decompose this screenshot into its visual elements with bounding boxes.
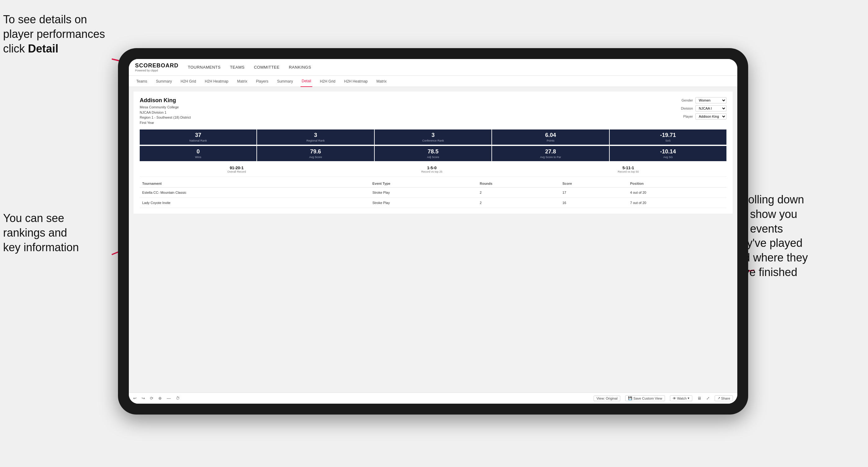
event-type-2: Stroke Play: [370, 198, 477, 208]
national-rank-value: 37: [141, 132, 255, 138]
stat-adj-score: 78.5 Adj Score: [375, 146, 491, 161]
player-select[interactable]: Addison King: [695, 113, 726, 120]
tab-h2h-grid2[interactable]: H2H Grid: [318, 76, 337, 87]
view-original-btn[interactable]: View: Original: [594, 396, 620, 401]
avg-score-par-value: 27.8: [493, 148, 608, 155]
expand-icon[interactable]: ⤢: [706, 396, 710, 401]
tab-h2h-heatmap[interactable]: H2H Heatmap: [204, 76, 230, 87]
tablet-screen: SCOREBOARD Powered by clippd TOURNAMENTS…: [129, 59, 737, 404]
watch-icon: 👁: [673, 397, 676, 400]
points-value: 6.04: [493, 132, 608, 138]
tab-h2h-grid[interactable]: H2H Grid: [180, 76, 197, 87]
nav-tournaments[interactable]: TOURNAMENTS: [188, 65, 221, 69]
undo-icon[interactable]: ↩: [133, 396, 136, 401]
record-top50: 5-11-1 Record vs top 50: [618, 165, 639, 173]
tab-h2h-heatmap2[interactable]: H2H Heatmap: [343, 76, 369, 87]
annotation-bottom-left: You can see rankings and key information: [3, 211, 102, 255]
conference-rank-value: 3: [376, 132, 490, 138]
content-panel: Addison King Mesa Community College NJCA…: [133, 92, 733, 214]
tab-teams[interactable]: Teams: [135, 76, 148, 87]
position-1: 4 out of 20: [628, 188, 726, 198]
score-1: 17: [560, 188, 628, 198]
player-filters: Gender Women Men Division NJCAA I: [681, 97, 726, 125]
tab-matrix2[interactable]: Matrix: [375, 76, 388, 87]
redo-icon[interactable]: ↪: [142, 396, 145, 401]
sos-label: SoS: [611, 139, 725, 142]
table-row: Lady Coyote Invite Stroke Play 2 16 7 ou…: [140, 198, 726, 208]
score-2: 16: [560, 198, 628, 208]
record-overall: 91-20-1 Overall Record: [227, 165, 246, 173]
record-top25-label: Record vs top 25: [421, 170, 442, 173]
watch-btn[interactable]: 👁 Watch ▾: [670, 395, 692, 401]
regional-rank-value: 3: [258, 132, 373, 138]
player-region: Region 1 - Southwest (18) District: [140, 115, 191, 120]
position-2: 7 out of 20: [628, 198, 726, 208]
rounds-2: 2: [477, 198, 560, 208]
record-top50-value: 5-11-1: [618, 165, 639, 170]
stat-regional-rank: 3 Regional Rank: [257, 129, 374, 145]
save-icon: 💾: [628, 396, 632, 400]
points-label: Points: [493, 139, 608, 142]
wins-label: Wins: [141, 156, 255, 159]
nav-committee[interactable]: COMMITTEE: [254, 65, 280, 69]
record-top25-value: 1-5-0: [421, 165, 442, 170]
record-top25: 1-5-0 Record vs top 25: [421, 165, 442, 173]
stats-row-2: 0 Wins 79.6 Avg Score 78.5 Adj Score 2: [140, 146, 726, 161]
records-row: 91-20-1 Overall Record 1-5-0 Record vs t…: [140, 162, 726, 177]
stat-national-rank: 37 National Rank: [140, 129, 256, 145]
tournament-name-2: Lady Coyote Invite: [140, 198, 370, 208]
avg-sg-value: -10.14: [611, 148, 725, 155]
adj-score-label: Adj Score: [376, 156, 490, 159]
clock-icon[interactable]: ⏱: [176, 396, 180, 401]
nav-rankings[interactable]: RANKINGS: [289, 65, 311, 69]
player-college: Mesa Community College: [140, 105, 191, 110]
save-custom-btn[interactable]: 💾 Save Custom View: [625, 395, 665, 401]
stat-points: 6.04 Points: [492, 129, 609, 145]
tab-detail[interactable]: Detail: [301, 76, 313, 87]
nav-items: TOURNAMENTS TEAMS COMMITTEE RANKINGS: [188, 65, 311, 69]
bottom-toolbar: ↩ ↪ ⟳ ⊕ — ⏱ View: Original 💾 Save Custom…: [129, 393, 737, 404]
watch-chevron: ▾: [688, 396, 689, 400]
settings-icon[interactable]: —: [167, 396, 171, 401]
refresh-icon[interactable]: ⟳: [150, 396, 153, 401]
sub-nav: Teams Summary H2H Grid H2H Heatmap Matri…: [129, 76, 737, 87]
tab-matrix[interactable]: Matrix: [236, 76, 249, 87]
nav-teams[interactable]: TEAMS: [230, 65, 245, 69]
logo: SCOREBOARD Powered by clippd: [135, 62, 179, 72]
player-division: NJCAA Division 1: [140, 110, 191, 115]
wins-value: 0: [141, 148, 255, 155]
division-select[interactable]: NJCAA I NJCAA II: [695, 105, 726, 112]
save-custom-label: Save Custom View: [633, 397, 662, 400]
table-row: Estella CC- Mountain Classic Stroke Play…: [140, 188, 726, 198]
tab-players[interactable]: Players: [254, 76, 270, 87]
share-label: Share: [721, 397, 730, 400]
tournament-table: Tournament Event Type Rounds Score Posit…: [140, 180, 726, 208]
col-event-type: Event Type: [370, 180, 477, 188]
gender-label: Gender: [681, 98, 693, 102]
player-header: Addison King Mesa Community College NJCA…: [140, 97, 726, 125]
player-label: Player: [683, 115, 693, 118]
logo-title: SCOREBOARD: [135, 62, 179, 69]
record-overall-value: 91-20-1: [227, 165, 246, 170]
player-name: Addison King: [140, 97, 191, 104]
gender-select[interactable]: Women Men: [695, 97, 726, 103]
filter-player: Player Addison King: [683, 113, 726, 120]
stat-avg-score: 79.6 Avg Score: [257, 146, 374, 161]
avg-sg-label: Avg SG: [611, 156, 725, 159]
stat-avg-sg: -10.14 Avg SG: [610, 146, 726, 161]
col-score: Score: [560, 180, 628, 188]
annotation-top-left: To see details on player performances cl…: [3, 12, 108, 56]
tab-summary2[interactable]: Summary: [276, 76, 294, 87]
zoom-icon[interactable]: ⊕: [158, 396, 162, 401]
stat-conference-rank: 3 Conference Rank: [375, 129, 491, 145]
avg-score-value: 79.6: [258, 148, 373, 155]
top-nav: SCOREBOARD Powered by clippd TOURNAMENTS…: [129, 59, 737, 76]
regional-rank-label: Regional Rank: [258, 139, 373, 142]
watch-label: Watch: [677, 397, 687, 400]
stat-wins: 0 Wins: [140, 146, 256, 161]
share-btn[interactable]: ↗ Share: [715, 395, 733, 401]
logo-subtitle: Powered by clippd: [135, 69, 179, 72]
main-content[interactable]: Addison King Mesa Community College NJCA…: [129, 87, 737, 393]
monitor-icon[interactable]: 🖥: [697, 396, 701, 401]
tab-summary[interactable]: Summary: [155, 76, 173, 87]
